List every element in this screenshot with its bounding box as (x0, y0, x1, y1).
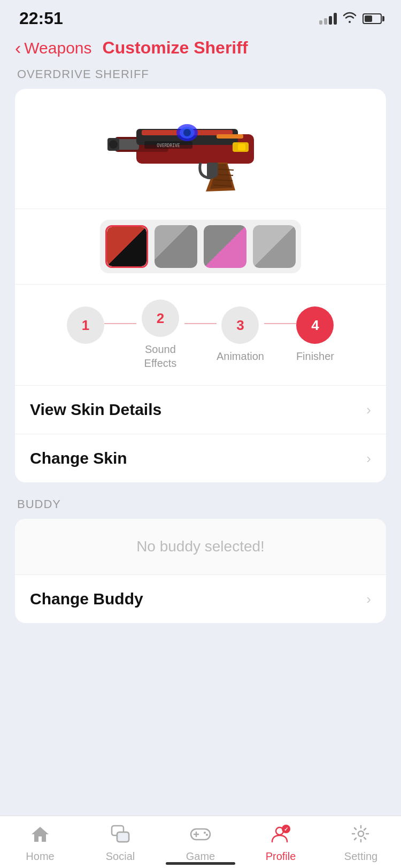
view-skin-details-chevron-icon: › (366, 402, 371, 418)
setting-icon (351, 825, 371, 847)
battery-icon (363, 13, 382, 24)
main-content: OVERDRIVE SHERIFF (0, 67, 401, 702)
back-button[interactable]: ‹ Weapons (15, 39, 92, 57)
back-label: Weapons (24, 39, 91, 57)
change-buddy-item[interactable]: Change Buddy › (15, 575, 386, 623)
gun-image: OVERDRIVE (94, 105, 307, 196)
back-chevron-icon: ‹ (15, 39, 21, 57)
skin-option-2[interactable] (155, 225, 197, 268)
level-name-2: Sound Effects (136, 342, 184, 370)
tab-profile[interactable]: ✓ Profile (254, 825, 307, 863)
level-selector: 1 2 Sound Effects 3 Animation (15, 285, 386, 386)
level-circle-4[interactable]: 4 (296, 306, 334, 344)
change-skin-item[interactable]: Change Skin › (15, 434, 386, 482)
skin-thumb-4 (253, 225, 296, 268)
nav-header: ‹ Weapons Customize Sheriff (0, 33, 401, 67)
weapon-section-label: OVERDRIVE SHERIFF (15, 67, 386, 81)
buddy-empty-state: No buddy selected! (15, 519, 386, 575)
svg-rect-13 (207, 163, 217, 178)
svg-rect-15 (238, 144, 245, 150)
status-bar: 22:51 (0, 0, 401, 33)
home-icon (30, 825, 50, 847)
tab-home[interactable]: Home (13, 825, 67, 863)
level-circle-3[interactable]: 3 (221, 306, 259, 344)
signal-icon (319, 13, 337, 25)
svg-point-27 (204, 832, 206, 834)
level-connector-2-3 (184, 323, 217, 324)
level-item-1: 1 (67, 306, 104, 363)
profile-icon: ✓ (271, 825, 290, 847)
game-icon (190, 825, 211, 847)
change-buddy-label: Change Buddy (30, 590, 143, 608)
level-name-4: Finisher (296, 349, 334, 363)
buddy-card: No buddy selected! Change Buddy › (15, 519, 386, 623)
view-skin-details-item[interactable]: View Skin Details › (15, 386, 386, 434)
level-name-3: Animation (217, 349, 264, 363)
svg-text:✓: ✓ (284, 826, 288, 832)
status-icons (319, 11, 382, 26)
level-connector-3-4 (264, 323, 296, 324)
level-circle-2[interactable]: 2 (142, 299, 179, 337)
buddy-section-label: BUDDY (15, 497, 386, 511)
svg-rect-8 (217, 134, 243, 139)
level-name-1 (84, 349, 87, 363)
skin-thumb-3 (204, 225, 246, 268)
tab-home-label: Home (26, 850, 54, 863)
level-item-2: 2 Sound Effects (136, 299, 184, 370)
page-title: Customize Sheriff (103, 38, 248, 58)
tab-bar: Home Social Game (0, 816, 401, 868)
skin-option-4[interactable] (253, 225, 296, 268)
change-buddy-chevron-icon: › (366, 591, 371, 608)
status-time: 22:51 (19, 9, 63, 28)
tab-game[interactable]: Game (174, 825, 227, 863)
level-circle-1[interactable]: 1 (67, 306, 104, 344)
weapon-card: OVERDRIVE (15, 89, 386, 482)
svg-rect-22 (118, 833, 128, 841)
skin-option-3[interactable] (204, 225, 246, 268)
svg-text:OVERDRIVE: OVERDRIVE (157, 143, 180, 148)
home-indicator (166, 862, 235, 865)
level-item-3: 3 Animation (217, 306, 264, 363)
svg-point-17 (109, 140, 118, 149)
tab-setting-label: Setting (344, 850, 377, 863)
tab-social[interactable]: Social (94, 825, 147, 863)
skin-selector (15, 209, 386, 285)
svg-point-32 (358, 831, 364, 836)
svg-point-28 (206, 834, 208, 836)
skin-option-1[interactable] (105, 225, 148, 268)
buddy-empty-text: No buddy selected! (136, 538, 265, 555)
social-icon (111, 825, 130, 847)
level-item-4: 4 Finisher (296, 306, 334, 363)
tab-social-label: Social (106, 850, 135, 863)
gun-display: OVERDRIVE (15, 89, 386, 209)
change-skin-chevron-icon: › (366, 450, 371, 467)
skin-thumb-1 (107, 227, 146, 266)
view-skin-details-label: View Skin Details (30, 401, 161, 419)
svg-point-7 (183, 129, 191, 136)
tab-setting[interactable]: Setting (334, 825, 388, 863)
skin-options-container (100, 220, 301, 273)
tab-game-label: Game (186, 850, 215, 863)
skin-thumb-2 (155, 225, 197, 268)
change-skin-label: Change Skin (30, 449, 127, 467)
tab-profile-label: Profile (266, 850, 296, 863)
wifi-icon (342, 11, 357, 26)
level-connector-1-2 (104, 323, 136, 324)
